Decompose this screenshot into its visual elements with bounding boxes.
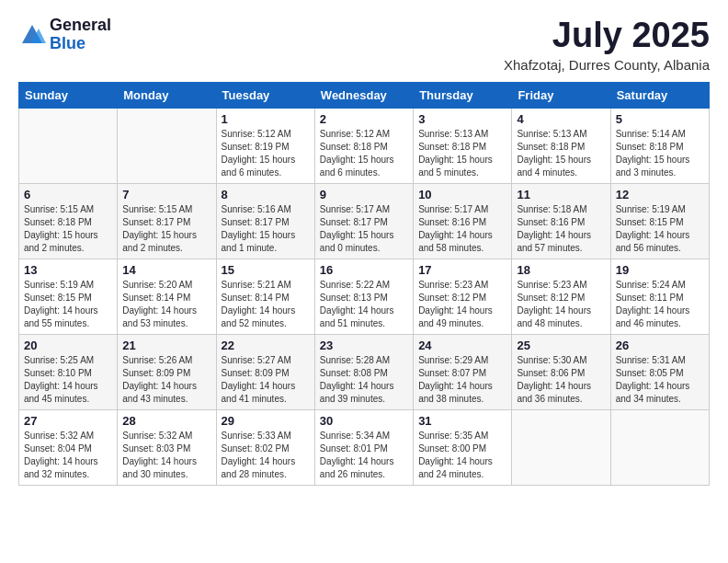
day-number: 7 <box>122 188 210 201</box>
day-info: Sunrise: 5:12 AM Sunset: 8:19 PM Dayligh… <box>222 128 310 179</box>
day-info: Sunrise: 5:23 AM Sunset: 8:12 PM Dayligh… <box>517 279 605 330</box>
day-number: 30 <box>320 414 408 428</box>
day-info: Sunrise: 5:29 AM Sunset: 8:07 PM Dayligh… <box>418 354 506 406</box>
calendar-cell: 15Sunrise: 5:21 AM Sunset: 8:14 PM Dayli… <box>216 259 314 334</box>
day-info: Sunrise: 5:19 AM Sunset: 8:15 PM Dayligh… <box>24 279 112 330</box>
day-info: Sunrise: 5:22 AM Sunset: 8:13 PM Dayligh… <box>320 279 408 330</box>
day-number: 22 <box>222 339 310 352</box>
calendar-day-header: Thursday <box>414 82 512 108</box>
calendar-day-header: Wednesday <box>314 82 413 108</box>
calendar-day-header: Tuesday <box>216 82 314 108</box>
day-number: 1 <box>222 112 310 126</box>
calendar-cell: 23Sunrise: 5:28 AM Sunset: 8:08 PM Dayli… <box>314 334 413 409</box>
calendar-week-row: 13Sunrise: 5:19 AM Sunset: 8:15 PM Dayli… <box>19 259 710 334</box>
day-info: Sunrise: 5:17 AM Sunset: 8:16 PM Dayligh… <box>418 203 506 255</box>
day-number: 5 <box>616 112 704 126</box>
day-info: Sunrise: 5:23 AM Sunset: 8:12 PM Dayligh… <box>418 279 506 330</box>
calendar-cell: 19Sunrise: 5:24 AM Sunset: 8:11 PM Dayli… <box>610 259 709 334</box>
calendar-cell: 11Sunrise: 5:18 AM Sunset: 8:16 PM Dayli… <box>512 183 610 259</box>
calendar-cell: 16Sunrise: 5:22 AM Sunset: 8:13 PM Dayli… <box>314 259 413 334</box>
day-number: 3 <box>418 112 506 126</box>
calendar-cell: 4Sunrise: 5:13 AM Sunset: 8:18 PM Daylig… <box>512 108 610 183</box>
day-number: 27 <box>24 414 112 428</box>
day-info: Sunrise: 5:15 AM Sunset: 8:18 PM Dayligh… <box>24 203 112 255</box>
calendar-cell: 9Sunrise: 5:17 AM Sunset: 8:17 PM Daylig… <box>314 183 413 259</box>
day-number: 29 <box>222 414 310 428</box>
logo: General Blue <box>18 17 111 53</box>
calendar-cell: 25Sunrise: 5:30 AM Sunset: 8:06 PM Dayli… <box>512 334 610 409</box>
calendar-week-row: 6Sunrise: 5:15 AM Sunset: 8:18 PM Daylig… <box>19 183 710 259</box>
day-number: 8 <box>222 188 310 201</box>
day-number: 13 <box>24 263 112 277</box>
calendar-day-header: Saturday <box>610 82 709 108</box>
calendar-cell <box>118 108 216 183</box>
calendar-cell: 21Sunrise: 5:26 AM Sunset: 8:09 PM Dayli… <box>118 334 216 409</box>
day-info: Sunrise: 5:16 AM Sunset: 8:17 PM Dayligh… <box>222 203 310 255</box>
day-info: Sunrise: 5:27 AM Sunset: 8:09 PM Dayligh… <box>222 354 310 406</box>
calendar-cell: 8Sunrise: 5:16 AM Sunset: 8:17 PM Daylig… <box>216 183 314 259</box>
day-number: 20 <box>24 339 112 352</box>
day-info: Sunrise: 5:26 AM Sunset: 8:09 PM Dayligh… <box>122 354 210 406</box>
title-block: July 2025 Xhafzotaj, Durres County, Alba… <box>504 17 710 73</box>
day-number: 4 <box>517 112 605 126</box>
calendar-week-row: 1Sunrise: 5:12 AM Sunset: 8:19 PM Daylig… <box>19 108 710 183</box>
calendar-cell: 1Sunrise: 5:12 AM Sunset: 8:19 PM Daylig… <box>216 108 314 183</box>
calendar: SundayMondayTuesdayWednesdayThursdayFrid… <box>18 82 710 486</box>
day-info: Sunrise: 5:33 AM Sunset: 8:02 PM Dayligh… <box>222 430 310 481</box>
logo-icon <box>18 21 46 49</box>
page: General Blue July 2025 Xhafzotaj, Durres… <box>0 0 728 563</box>
location: Xhafzotaj, Durres County, Albania <box>504 57 710 73</box>
logo-general: General <box>50 17 111 35</box>
day-info: Sunrise: 5:30 AM Sunset: 8:06 PM Dayligh… <box>517 354 605 406</box>
calendar-cell: 14Sunrise: 5:20 AM Sunset: 8:14 PM Dayli… <box>118 259 216 334</box>
day-number: 19 <box>616 263 704 277</box>
day-info: Sunrise: 5:14 AM Sunset: 8:18 PM Dayligh… <box>616 128 704 179</box>
day-number: 31 <box>418 414 506 428</box>
calendar-cell: 29Sunrise: 5:33 AM Sunset: 8:02 PM Dayli… <box>216 409 314 485</box>
day-number: 10 <box>418 188 506 201</box>
day-info: Sunrise: 5:31 AM Sunset: 8:05 PM Dayligh… <box>616 354 704 406</box>
calendar-cell: 24Sunrise: 5:29 AM Sunset: 8:07 PM Dayli… <box>414 334 512 409</box>
day-info: Sunrise: 5:19 AM Sunset: 8:15 PM Dayligh… <box>616 203 704 255</box>
calendar-cell: 2Sunrise: 5:12 AM Sunset: 8:18 PM Daylig… <box>314 108 413 183</box>
day-number: 9 <box>320 188 408 201</box>
calendar-cell <box>512 409 610 485</box>
calendar-cell: 6Sunrise: 5:15 AM Sunset: 8:18 PM Daylig… <box>19 183 118 259</box>
day-info: Sunrise: 5:34 AM Sunset: 8:01 PM Dayligh… <box>320 430 408 481</box>
day-info: Sunrise: 5:24 AM Sunset: 8:11 PM Dayligh… <box>616 279 704 330</box>
header: General Blue July 2025 Xhafzotaj, Durres… <box>18 17 710 73</box>
day-info: Sunrise: 5:13 AM Sunset: 8:18 PM Dayligh… <box>517 128 605 179</box>
day-info: Sunrise: 5:17 AM Sunset: 8:17 PM Dayligh… <box>320 203 408 255</box>
day-info: Sunrise: 5:18 AM Sunset: 8:16 PM Dayligh… <box>517 203 605 255</box>
calendar-cell: 10Sunrise: 5:17 AM Sunset: 8:16 PM Dayli… <box>414 183 512 259</box>
day-info: Sunrise: 5:12 AM Sunset: 8:18 PM Dayligh… <box>320 128 408 179</box>
logo-blue: Blue <box>50 35 111 53</box>
day-number: 17 <box>418 263 506 277</box>
calendar-cell: 28Sunrise: 5:32 AM Sunset: 8:03 PM Dayli… <box>118 409 216 485</box>
calendar-day-header: Sunday <box>19 82 118 108</box>
month-title: July 2025 <box>504 17 710 55</box>
calendar-cell: 22Sunrise: 5:27 AM Sunset: 8:09 PM Dayli… <box>216 334 314 409</box>
day-info: Sunrise: 5:32 AM Sunset: 8:03 PM Dayligh… <box>122 430 210 481</box>
day-info: Sunrise: 5:32 AM Sunset: 8:04 PM Dayligh… <box>24 430 112 481</box>
day-number: 6 <box>24 188 112 201</box>
day-number: 14 <box>122 263 210 277</box>
calendar-day-header: Friday <box>512 82 610 108</box>
logo-text: General Blue <box>50 17 111 53</box>
day-number: 2 <box>320 112 408 126</box>
calendar-cell: 30Sunrise: 5:34 AM Sunset: 8:01 PM Dayli… <box>314 409 413 485</box>
day-number: 15 <box>222 263 310 277</box>
day-number: 24 <box>418 339 506 352</box>
day-number: 23 <box>320 339 408 352</box>
calendar-cell: 12Sunrise: 5:19 AM Sunset: 8:15 PM Dayli… <box>610 183 709 259</box>
calendar-cell: 27Sunrise: 5:32 AM Sunset: 8:04 PM Dayli… <box>19 409 118 485</box>
day-number: 21 <box>122 339 210 352</box>
day-number: 26 <box>616 339 704 352</box>
calendar-cell: 26Sunrise: 5:31 AM Sunset: 8:05 PM Dayli… <box>610 334 709 409</box>
day-number: 25 <box>517 339 605 352</box>
day-number: 11 <box>517 188 605 201</box>
day-info: Sunrise: 5:28 AM Sunset: 8:08 PM Dayligh… <box>320 354 408 406</box>
day-info: Sunrise: 5:21 AM Sunset: 8:14 PM Dayligh… <box>222 279 310 330</box>
day-info: Sunrise: 5:13 AM Sunset: 8:18 PM Dayligh… <box>418 128 506 179</box>
calendar-cell: 3Sunrise: 5:13 AM Sunset: 8:18 PM Daylig… <box>414 108 512 183</box>
